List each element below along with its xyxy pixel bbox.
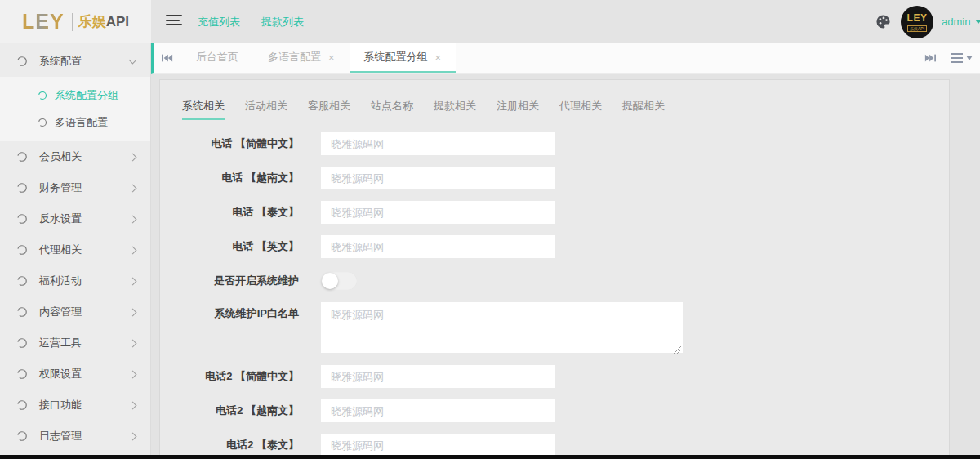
tabbar-right-controls <box>916 43 980 73</box>
tab-customer-service[interactable]: 客服相关 <box>308 99 350 120</box>
sidebar-item-label: 财务管理 <box>39 180 82 195</box>
sidebar-item-label: 日志管理 <box>39 429 82 443</box>
page-tab-label: 后台首页 <box>196 50 238 65</box>
sidebar-item-api-functions[interactable]: 接口功能 <box>0 390 150 421</box>
ring-icon <box>16 182 28 194</box>
sidebar-item-label: 内容管理 <box>39 305 82 319</box>
ring-icon <box>16 151 28 163</box>
chevron-right-icon <box>129 184 137 192</box>
sidebar-item-system-config[interactable]: 系统配置 <box>0 46 150 77</box>
tab-register[interactable]: 注册相关 <box>497 99 539 120</box>
ring-icon <box>16 213 28 225</box>
scroll-tabs-left-icon[interactable] <box>154 43 181 73</box>
tab-site-name[interactable]: 站点名称 <box>371 99 413 120</box>
maintenance-toggle[interactable] <box>321 272 357 290</box>
sidebar-item-system-config-group[interactable]: 系统配置分组 <box>0 82 150 109</box>
ring-icon <box>16 244 28 256</box>
tab-activity[interactable]: 活动相关 <box>245 99 287 120</box>
form-row: 电话2 【越南文】 <box>160 399 949 422</box>
sidebar-item-operation-tools[interactable]: 运营工具 <box>0 328 150 359</box>
sidebar-subitem-label: 多语言配置 <box>55 115 108 130</box>
chevron-right-icon <box>129 246 137 254</box>
app-logo: LEY 乐娱 API <box>0 0 151 43</box>
field-label-phone2-th: 电话2 【泰文】 <box>160 434 299 457</box>
chevron-right-icon <box>129 215 137 223</box>
tab-agent[interactable]: 代理相关 <box>559 99 602 120</box>
main-content: 系统相关 活动相关 客服相关 站点名称 提款相关 注册相关 代理相关 提醒相关 … <box>151 74 980 459</box>
chevron-right-icon <box>129 370 137 378</box>
ring-icon <box>16 275 28 287</box>
sidebar-item-welfare[interactable]: 福利活动 <box>0 265 150 296</box>
phone-th-input[interactable] <box>321 201 555 224</box>
chevron-right-icon <box>129 432 137 440</box>
phone2-vi-input[interactable] <box>321 399 555 422</box>
scroll-tabs-right-icon[interactable] <box>916 43 944 73</box>
sidebar-subitem-label: 系统配置分组 <box>55 88 118 103</box>
ring-icon <box>16 306 28 318</box>
sidebar-item-members[interactable]: 会员相关 <box>0 141 150 172</box>
chevron-right-icon <box>129 153 137 161</box>
field-label-phone-en: 电话 【英文】 <box>160 235 299 258</box>
sidebar-item-finance[interactable]: 财务管理 <box>0 172 150 203</box>
sidebar-item-agents[interactable]: 代理相关 <box>0 234 150 265</box>
username: admin <box>942 16 970 28</box>
logo-mark: LEY <box>22 10 65 33</box>
sidebar-item-label: 会员相关 <box>39 149 82 164</box>
collapse-menu-icon[interactable] <box>166 15 182 28</box>
form-row: 电话 【越南文】 <box>160 167 949 189</box>
sidebar-item-permissions[interactable]: 权限设置 <box>0 359 150 390</box>
logo-divider <box>72 13 73 31</box>
resize-handle-icon[interactable] <box>674 346 681 354</box>
sidebar-item-label: 权限设置 <box>39 367 82 381</box>
user-menu[interactable]: admin <box>942 0 980 43</box>
sidebar-submenu: 系统配置分组 多语言配置 <box>0 77 150 141</box>
toggle-knob <box>322 273 338 289</box>
sidebar-item-label: 代理相关 <box>39 243 82 257</box>
page-tab-label: 多语言配置 <box>268 50 321 65</box>
topbar-link-withdraw-list[interactable]: 提款列表 <box>261 15 304 29</box>
topbar: LEY 乐娱 API 充值列表 提款列表 LEY 乐娱API admin <box>0 0 980 43</box>
chevron-right-icon <box>129 339 137 347</box>
phone2-zh-input[interactable] <box>321 365 555 388</box>
page-tab-home[interactable]: 后台首页 <box>181 43 253 73</box>
sidebar-item-label: 系统配置 <box>39 54 82 69</box>
tab-withdraw[interactable]: 提款相关 <box>434 99 476 120</box>
settings-category-tabs: 系统相关 活动相关 客服相关 站点名称 提款相关 注册相关 代理相关 提醒相关 <box>160 80 949 120</box>
field-label-maintenance-switch: 是否开启系统维护 <box>160 270 299 292</box>
close-icon[interactable]: × <box>328 52 335 63</box>
phone-en-input[interactable] <box>321 235 555 258</box>
sidebar-item-label: 反水设置 <box>39 212 82 226</box>
avatar-logo-subtext: 乐娱API <box>907 25 927 32</box>
field-label-phone-th: 电话 【泰文】 <box>160 201 299 224</box>
form-row: 电话2 【简體中文】 <box>160 365 949 388</box>
phone2-th-input[interactable] <box>321 434 555 457</box>
phone-zh-input[interactable] <box>321 132 555 155</box>
page-tabbar: 后台首页 多语言配置 × 系统配置分组 × <box>151 43 980 74</box>
sidebar-item-logs[interactable]: 日志管理 <box>0 421 150 452</box>
close-icon[interactable]: × <box>435 52 442 63</box>
avatar-logo-text: LEY <box>907 13 928 24</box>
settings-form: 电话 【简體中文】 电话 【越南文】 电话 【泰文】 电话 【英文】 是否开启系… <box>160 132 949 457</box>
sidebar-item-multilanguage-config[interactable]: 多语言配置 <box>0 109 150 136</box>
chevron-down-icon <box>975 20 980 24</box>
chevron-down-icon <box>129 56 137 65</box>
tab-reminder[interactable]: 提醒相关 <box>622 99 665 120</box>
page-tab-multilanguage[interactable]: 多语言配置 × <box>253 43 350 73</box>
user-avatar[interactable]: LEY 乐娱API <box>901 6 933 38</box>
sidebar: 系统配置 系统配置分组 多语言配置 会员相关 财务管理 反水设置 代理 <box>0 43 151 459</box>
ring-icon <box>16 56 28 67</box>
topbar-link-recharge-list[interactable]: 充值列表 <box>198 15 240 29</box>
sidebar-item-label: 运营工具 <box>39 336 82 350</box>
form-row: 电话2 【泰文】 <box>160 434 949 457</box>
sidebar-item-content[interactable]: 内容管理 <box>0 296 150 328</box>
sidebar-item-rebate[interactable]: 反水设置 <box>0 203 150 234</box>
tab-system[interactable]: 系统相关 <box>182 99 225 120</box>
chevron-right-icon <box>129 401 137 409</box>
form-row: 电话 【泰文】 <box>160 201 949 224</box>
phone-vi-input[interactable] <box>321 167 555 189</box>
ip-whitelist-textarea[interactable] <box>321 302 683 353</box>
theme-palette-icon[interactable] <box>875 14 891 29</box>
page-tab-system-config-group[interactable]: 系统配置分组 × <box>350 43 457 73</box>
tabs-menu-icon[interactable] <box>944 43 980 73</box>
settings-panel: 系统相关 活动相关 客服相关 站点名称 提款相关 注册相关 代理相关 提醒相关 … <box>159 79 950 459</box>
